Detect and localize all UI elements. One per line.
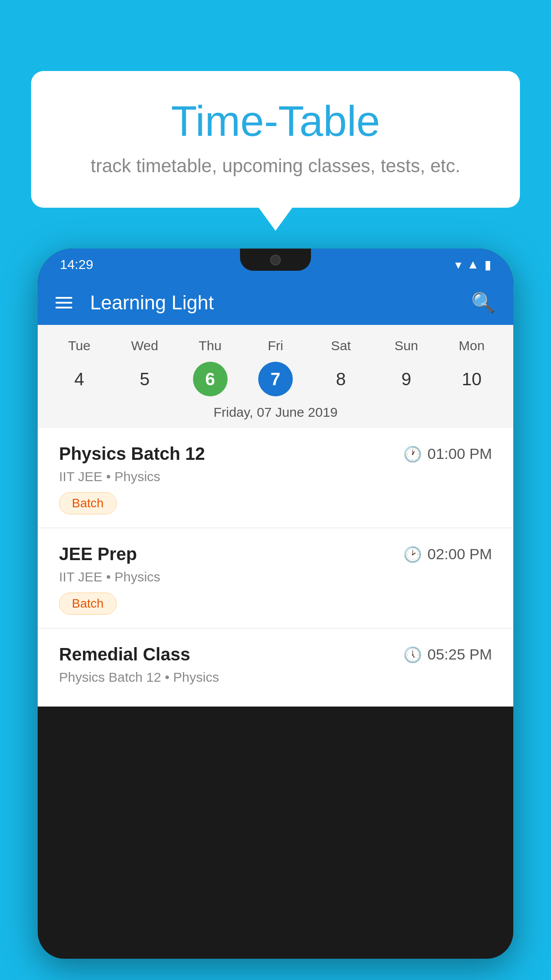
app-toolbar: Learning Light 🔍 (38, 281, 513, 325)
clock-icon-1: 🕐 (403, 445, 422, 463)
day-wed: Wed (112, 334, 177, 358)
class-1-time-value: 01:00 PM (427, 445, 492, 462)
day-num-8[interactable]: 8 (308, 361, 374, 397)
status-bar: 14:29 ▾ ▲ ▮ (38, 249, 513, 281)
clock-icon-3: 🕔 (403, 646, 422, 664)
class-1-time: 🕐 01:00 PM (403, 445, 492, 463)
day-tue: Tue (47, 334, 112, 358)
class-item-2-header: JEE Prep 🕑 02:00 PM (59, 544, 492, 564)
phone-notch (240, 249, 311, 271)
menu-icon[interactable] (55, 297, 72, 308)
class-3-time-value: 05:25 PM (427, 646, 492, 663)
status-icons: ▾ ▲ ▮ (455, 257, 491, 272)
day-num-10[interactable]: 10 (439, 361, 504, 397)
class-1-meta: IIT JEE • Physics (59, 469, 492, 484)
selected-date-label: Friday, 07 June 2019 (38, 397, 513, 428)
bubble-title: Time-Table (67, 98, 484, 145)
class-2-time-value: 02:00 PM (427, 545, 492, 563)
class-item-2[interactable]: JEE Prep 🕑 02:00 PM IIT JEE • Physics Ba… (38, 528, 513, 628)
day-num-6-today[interactable]: 6 (193, 362, 228, 396)
class-2-badge: Batch (59, 593, 117, 615)
front-camera (270, 255, 281, 265)
calendar-strip: Tue Wed Thu Fri Sat Sun Mon 4 5 6 7 8 9 … (38, 325, 513, 428)
class-item-3-header: Remedial Class 🕔 05:25 PM (59, 644, 492, 664)
class-1-badge: Batch (59, 492, 117, 514)
speech-bubble-container: Time-Table track timetable, upcoming cla… (31, 71, 520, 208)
phone-frame: 14:29 ▾ ▲ ▮ Learning Light 🔍 Tue Wed Thu (38, 249, 513, 959)
class-3-meta: Physics Batch 12 • Physics (59, 670, 492, 685)
status-time: 14:29 (60, 257, 93, 272)
battery-icon: ▮ (484, 257, 491, 272)
phone-container: 14:29 ▾ ▲ ▮ Learning Light 🔍 Tue Wed Thu (38, 249, 513, 980)
class-item-1-header: Physics Batch 12 🕐 01:00 PM (59, 444, 492, 464)
bubble-subtitle: track timetable, upcoming classes, tests… (67, 155, 484, 177)
day-mon: Mon (439, 334, 504, 358)
class-2-meta: IIT JEE • Physics (59, 569, 492, 585)
day-num-9[interactable]: 9 (374, 361, 439, 397)
classes-list: Physics Batch 12 🕐 01:00 PM IIT JEE • Ph… (38, 428, 513, 707)
day-fri: Fri (243, 334, 308, 358)
toolbar-title: Learning Light (90, 292, 458, 314)
speech-bubble: Time-Table track timetable, upcoming cla… (31, 71, 520, 208)
signal-icon: ▲ (467, 257, 479, 272)
day-num-5[interactable]: 5 (112, 361, 177, 397)
day-thu: Thu (177, 334, 243, 358)
class-3-name: Remedial Class (59, 644, 190, 664)
days-header: Tue Wed Thu Fri Sat Sun Mon (38, 334, 513, 358)
days-numbers: 4 5 6 7 8 9 10 (38, 361, 513, 397)
class-item-1[interactable]: Physics Batch 12 🕐 01:00 PM IIT JEE • Ph… (38, 428, 513, 528)
day-sun: Sun (374, 334, 439, 358)
day-num-4[interactable]: 4 (47, 361, 112, 397)
class-3-time: 🕔 05:25 PM (403, 646, 492, 664)
search-icon[interactable]: 🔍 (471, 291, 496, 314)
clock-icon-2: 🕑 (403, 545, 422, 563)
class-item-3[interactable]: Remedial Class 🕔 05:25 PM Physics Batch … (38, 628, 513, 707)
class-1-name: Physics Batch 12 (59, 444, 205, 464)
day-sat: Sat (308, 334, 374, 358)
wifi-icon: ▾ (455, 257, 461, 272)
class-2-name: JEE Prep (59, 544, 137, 564)
class-2-time: 🕑 02:00 PM (403, 545, 492, 563)
day-num-7-selected[interactable]: 7 (258, 362, 293, 396)
